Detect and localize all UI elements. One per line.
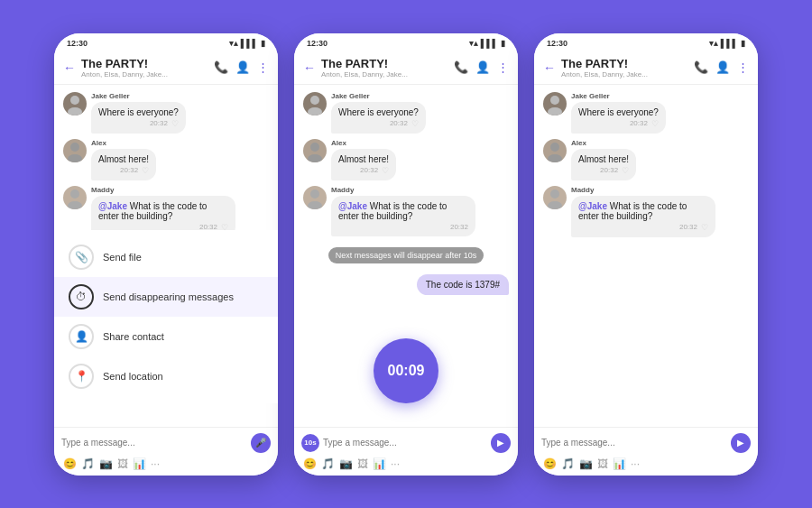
back-button-2[interactable]: ← xyxy=(303,60,316,75)
gallery-icon-3[interactable]: 🖼 xyxy=(597,457,608,470)
sticker-icon-3[interactable]: 🎵 xyxy=(561,457,575,470)
video-icon-3[interactable]: 👤 xyxy=(715,60,730,74)
video-icon-1[interactable]: 👤 xyxy=(235,60,250,74)
video-icon-2[interactable]: 👤 xyxy=(475,60,490,74)
app-header-1: ← The PARTY! Anton, Elsa, Danny, Jake...… xyxy=(54,51,278,85)
signal-icon-3: ▌▌▌ xyxy=(721,39,738,48)
header-title-group-3: The PARTY! Anton, Elsa, Danny, Jake... xyxy=(561,57,688,79)
svg-point-6 xyxy=(310,96,319,105)
chat-title-2: The PARTY! xyxy=(321,57,448,70)
avatar-maddy-2 xyxy=(303,186,327,209)
header-icons-3: 📞 👤 ⋮ xyxy=(694,60,749,74)
status-bar-2: 12:30 ▾▴ ▌▌▌ ▮ xyxy=(294,33,518,51)
heart-icon-1[interactable]: ♡ xyxy=(171,119,179,128)
sticker-icon-1[interactable]: 🎵 xyxy=(81,457,95,470)
emoji-icon-3[interactable]: 😊 xyxy=(543,457,557,470)
menu-send-location[interactable]: 📍 Send location xyxy=(54,356,278,396)
svg-point-2 xyxy=(70,143,79,152)
menu-disappearing[interactable]: ⏱ Send disappearing messages xyxy=(54,277,278,317)
svg-point-10 xyxy=(310,189,319,199)
play-button-2[interactable]: ▶ xyxy=(491,433,511,453)
chart-icon-3[interactable]: 📊 xyxy=(613,457,626,470)
call-icon-2[interactable]: 📞 xyxy=(454,60,468,74)
header-title-group-2: The PARTY! Anton, Elsa, Danny, Jake... xyxy=(321,57,448,79)
sender-alex-2: Alex xyxy=(331,139,396,147)
heart-icon-alex-3[interactable]: ♡ xyxy=(622,166,629,175)
input-row-1: 🎤 xyxy=(61,433,271,453)
chat-title-1: The PARTY! xyxy=(81,57,208,70)
back-button-1[interactable]: ← xyxy=(63,60,76,75)
svg-point-17 xyxy=(548,201,562,209)
heart-icon-alex-1[interactable]: ♡ xyxy=(142,166,149,175)
more-toolbar-icon-1[interactable]: ··· xyxy=(151,457,160,470)
call-icon-3[interactable]: 📞 xyxy=(694,60,708,74)
phone-3: 12:30 ▾▴ ▌▌▌ ▮ ← The PARTY! Anton, Elsa,… xyxy=(534,33,758,476)
wifi-icon: ▾▴ xyxy=(229,39,238,48)
app-header-3: ← The PARTY! Anton, Elsa, Danny, Jake...… xyxy=(534,51,758,85)
message-input-2[interactable] xyxy=(323,438,487,448)
call-icon-1[interactable]: 📞 xyxy=(214,60,228,74)
sender-alex-3: Alex xyxy=(571,139,636,147)
bubble-footer-maddy-2: 20:32 xyxy=(338,223,468,231)
menu-share-contact[interactable]: 👤 Share contact xyxy=(54,317,278,356)
sent-row-2: The code is 1379# xyxy=(303,274,509,295)
status-bar-1: 12:30 ▾▴ ▌▌▌ ▮ xyxy=(54,33,278,51)
message-input-1[interactable] xyxy=(61,438,247,448)
bubble-wrap-maddy-3: Maddy @Jake What is the code to enter th… xyxy=(571,186,715,237)
bubble-wrap-alex-3: Alex Almost here! 20:32 ♡ xyxy=(571,139,636,180)
file-icon: 📎 xyxy=(69,245,94,270)
toolbar-2: 😊 🎵 📷 🖼 📊 ··· xyxy=(301,457,511,470)
chart-icon-2[interactable]: 📊 xyxy=(373,457,386,470)
bubble-footer-alex-3: 20:32 ♡ xyxy=(578,166,629,175)
svg-point-11 xyxy=(308,201,322,209)
input-row-3: ▶ xyxy=(541,433,751,453)
input-area-1: 🎤 😊 🎵 📷 🖼 📊 ··· xyxy=(54,427,278,476)
sticker-icon-2[interactable]: 🎵 xyxy=(321,457,335,470)
camera-icon-3[interactable]: 📷 xyxy=(579,457,593,470)
camera-icon-2[interactable]: 📷 xyxy=(339,457,353,470)
mention-1: @Jake xyxy=(98,201,127,211)
menu-send-file[interactable]: 📎 Send file xyxy=(54,237,278,277)
more-icon-2[interactable]: ⋮ xyxy=(497,60,509,74)
sender-maddy-3: Maddy xyxy=(571,186,715,194)
message-input-3[interactable] xyxy=(541,438,727,448)
header-icons-1: 📞 👤 ⋮ xyxy=(214,60,269,74)
status-icons-3: ▾▴ ▌▌▌ ▮ xyxy=(709,39,745,48)
timer-badge[interactable]: 10s xyxy=(301,434,319,452)
mic-button-1[interactable]: 🎤 xyxy=(251,433,271,453)
avatar-jake-2 xyxy=(303,92,327,115)
play-button-3[interactable]: ▶ xyxy=(731,433,751,453)
heart-icon-jake-3[interactable]: ♡ xyxy=(651,119,659,128)
gallery-icon-2[interactable]: 🖼 xyxy=(357,457,368,470)
message-row-alex-3: Alex Almost here! 20:32 ♡ xyxy=(543,139,749,180)
status-time-1: 12:30 xyxy=(67,39,88,48)
bubble-maddy-2: @Jake What is the code to enter the buil… xyxy=(331,196,475,236)
more-toolbar-icon-3[interactable]: ··· xyxy=(631,457,640,470)
more-toolbar-icon-2[interactable]: ··· xyxy=(391,457,400,470)
more-icon-3[interactable]: ⋮ xyxy=(737,60,749,74)
emoji-icon-2[interactable]: 😊 xyxy=(303,457,317,470)
heart-icon-jake-2[interactable]: ♡ xyxy=(411,119,419,128)
avatar-maddy-3 xyxy=(543,186,567,209)
svg-point-1 xyxy=(68,107,82,115)
heart-icon-maddy-3[interactable]: ♡ xyxy=(701,223,708,232)
toolbar-1: 😊 🎵 📷 🖼 📊 ··· xyxy=(61,457,271,470)
emoji-icon-1[interactable]: 😊 xyxy=(63,457,77,470)
more-icon-1[interactable]: ⋮ xyxy=(257,60,269,74)
camera-icon-1[interactable]: 📷 xyxy=(99,457,113,470)
heart-icon-alex-2[interactable]: ♡ xyxy=(382,166,389,175)
chart-icon-1[interactable]: 📊 xyxy=(133,457,146,470)
toolbar-3: 😊 🎵 📷 🖼 📊 ··· xyxy=(541,457,751,470)
gallery-icon-1[interactable]: 🖼 xyxy=(117,457,128,470)
battery-icon-2: ▮ xyxy=(501,39,505,48)
timer-icon: ⏱ xyxy=(69,284,94,309)
svg-point-16 xyxy=(550,189,559,199)
status-time-3: 12:30 xyxy=(547,39,567,48)
bubble-footer-alex-1: 20:32 ♡ xyxy=(98,166,149,175)
bubble-wrap-alex-1: Alex Almost here! 20:32 ♡ xyxy=(91,139,156,180)
phone-2: 12:30 ▾▴ ▌▌▌ ▮ ← The PARTY! Anton, Elsa,… xyxy=(294,33,518,476)
message-row-alex-1: Alex Almost here! 20:32 ♡ xyxy=(63,139,269,180)
back-button-3[interactable]: ← xyxy=(543,60,556,75)
svg-point-4 xyxy=(70,189,79,199)
disappear-notice: Next messages will disappear after 10s xyxy=(328,247,484,263)
